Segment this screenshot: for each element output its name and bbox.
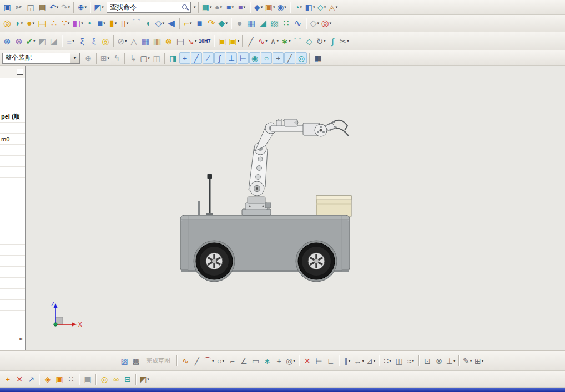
triangle-icon[interactable]: △ [128, 35, 139, 47]
search-dropdown-arrow-icon[interactable]: ▾ [194, 5, 196, 9]
dropdown-arrow-icon[interactable]: ▾ [190, 21, 192, 26]
grid-icon[interactable]: ▦ [312, 52, 324, 64]
project-curve-icon[interactable]: ⊡ [422, 355, 433, 367]
hook-icon[interactable]: ↷ [206, 17, 217, 29]
flange-icon[interactable]: ⌐▾ [183, 17, 194, 29]
torus-icon[interactable]: ◎ [2, 17, 13, 29]
pattern-dots-icon[interactable]: ∴ [48, 17, 59, 29]
trim-icon[interactable]: ✂▾ [339, 35, 350, 47]
spiral-icon[interactable]: ↻▾ [315, 35, 326, 47]
profile-icon[interactable]: ∿ [180, 355, 191, 367]
hatch-icon[interactable]: ▨ [269, 17, 280, 29]
dropdown-arrow-icon[interactable]: ▾ [220, 5, 222, 9]
pattern-curve-icon[interactable]: ∷▾ [382, 355, 393, 367]
dropdown-arrow-icon[interactable]: ▾ [330, 21, 332, 26]
snap-axis-icon[interactable]: ⊥ [226, 52, 237, 64]
dropdown-arrow-icon[interactable]: ▾ [347, 39, 349, 43]
undock-icon[interactable] [17, 69, 23, 75]
assembly-constraints-icon[interactable]: ▣ [54, 373, 65, 385]
tree-row[interactable] [0, 311, 25, 322]
offset-tool-icon[interactable]: ◎▾ [285, 355, 296, 367]
dropdown-arrow-icon[interactable]: ▾ [103, 21, 105, 26]
snap-spline-icon[interactable]: ∫ [214, 52, 225, 64]
reverse-icon[interactable]: ◀ [166, 17, 177, 29]
marquee-select-icon[interactable]: ▢▾ [139, 52, 150, 64]
dropdown-arrow-icon[interactable]: ▾ [127, 21, 129, 26]
tree-row[interactable] [0, 200, 25, 211]
verify-icon[interactable]: ✔▾ [25, 35, 36, 47]
tree-row[interactable] [0, 267, 25, 278]
move-component-icon[interactable]: ◈ [42, 373, 53, 385]
plane2-icon[interactable]: ◪ [48, 35, 59, 47]
graphics-viewport[interactable]: Z X [26, 66, 565, 350]
tree-row[interactable] [0, 156, 25, 167]
dropdown-arrow-icon[interactable]: ▾ [72, 39, 74, 43]
edit-curve-icon[interactable]: ✎▾ [462, 355, 473, 367]
chain-icon[interactable]: ∞ [110, 373, 122, 385]
dropdown-arrow-icon[interactable]: ▾ [243, 5, 245, 9]
studio-spline-icon[interactable]: ∿ [292, 17, 304, 29]
box-yellow-icon[interactable]: ▣ [217, 35, 228, 47]
sheet2-icon[interactable]: ◇▾ [309, 17, 320, 29]
move-face-icon[interactable]: ◧▾ [305, 1, 316, 13]
block2-icon[interactable]: ■▾ [96, 17, 107, 29]
dropdown-arrow-icon[interactable]: ▾ [21, 21, 23, 26]
surface-icon[interactable]: ◇▾ [154, 17, 165, 29]
chamfer-tool-icon[interactable]: ∠ [239, 355, 250, 367]
dropdown-arrow-icon[interactable]: ▾ [284, 5, 286, 9]
up-level-icon[interactable]: ↰ [111, 52, 122, 64]
line-tool-icon[interactable]: ╱ [191, 355, 203, 367]
arc-icon[interactable]: ⌒ [292, 35, 303, 47]
grid-table-icon[interactable]: ▦ [140, 35, 151, 47]
dropdown-arrow-icon[interactable]: ▾ [389, 359, 391, 363]
intersect-curve-icon[interactable]: ⊗ [433, 355, 445, 367]
ball-icon[interactable]: ● [234, 17, 245, 29]
pad-icon[interactable]: ▯▾ [119, 17, 130, 29]
auto-dimension-icon[interactable]: ⊿▾ [365, 355, 376, 367]
dropdown-arrow-icon[interactable]: ▾ [231, 5, 234, 9]
datum-csys-icon[interactable]: ⊕▾ [77, 1, 88, 13]
redo-icon[interactable]: ↷▾ [60, 1, 71, 13]
dimension-icon[interactable]: ↔▾ [354, 355, 365, 367]
line-icon[interactable]: ╱ [245, 35, 256, 47]
rotate-view-icon[interactable]: ●▾ [213, 1, 224, 13]
offset-curve-icon[interactable]: ≈▾ [405, 355, 416, 367]
point-tool-icon[interactable]: + [274, 355, 285, 367]
dropdown-arrow-icon[interactable]: ▾ [148, 56, 150, 60]
snap-center-icon[interactable]: ◉ [249, 52, 260, 64]
point-icon[interactable]: • [84, 17, 95, 29]
command-search-input[interactable] [109, 3, 181, 12]
tree-row[interactable] [0, 256, 25, 267]
extrude-icon[interactable]: ■▾ [225, 1, 236, 13]
clip-section-icon[interactable]: ⊟ [122, 373, 133, 385]
snap-tangent-icon[interactable]: ╱ [284, 52, 295, 64]
ring-icon[interactable]: ◎ [99, 373, 110, 385]
snap-midpoint-icon[interactable]: ∕ [203, 52, 214, 64]
draft-icon[interactable]: ◢ [258, 17, 269, 29]
copy-icon[interactable]: ◱ [25, 1, 36, 13]
bend-icon[interactable]: ⌒ [131, 17, 142, 29]
csys-icon[interactable]: ✕ [14, 373, 25, 385]
add-component-icon[interactable]: ◧▾ [72, 17, 84, 29]
selection-scope-combo[interactable]: 整个装配 ▼ [2, 53, 80, 64]
drafting-icon[interactable]: ▤ [82, 373, 93, 385]
sketch-icon[interactable]: ◩▾ [93, 1, 104, 13]
cube-icon[interactable]: ■ [194, 17, 205, 29]
dropdown-arrow-icon[interactable]: ▾ [33, 21, 35, 26]
tree-row[interactable] [0, 78, 25, 89]
dropdown-arrow-icon[interactable]: ▾ [212, 359, 214, 363]
dropdown-arrow-icon[interactable]: ▾ [68, 21, 70, 26]
pattern-component-icon[interactable]: ∷ [65, 373, 77, 385]
dropdown-arrow-icon[interactable]: ▾ [324, 5, 326, 9]
exploded-view-icon[interactable]: ◩▾ [139, 373, 150, 385]
boss-icon[interactable]: ▮▾ [108, 17, 119, 29]
gear2-icon[interactable]: ⊛ [13, 35, 24, 47]
dropdown-arrow-icon[interactable]: ▾ [115, 21, 117, 26]
dropdown-arrow-icon[interactable]: ▾ [273, 5, 275, 9]
dropdown-arrow-icon[interactable]: ▾ [57, 5, 59, 9]
snap-point-icon[interactable]: + [179, 52, 190, 64]
sketch-task-icon[interactable]: ▨ [119, 355, 130, 367]
dropdown-arrow-icon[interactable]: ▾ [125, 39, 127, 43]
tree-row[interactable] [0, 233, 25, 245]
tree-row[interactable] [0, 245, 25, 256]
